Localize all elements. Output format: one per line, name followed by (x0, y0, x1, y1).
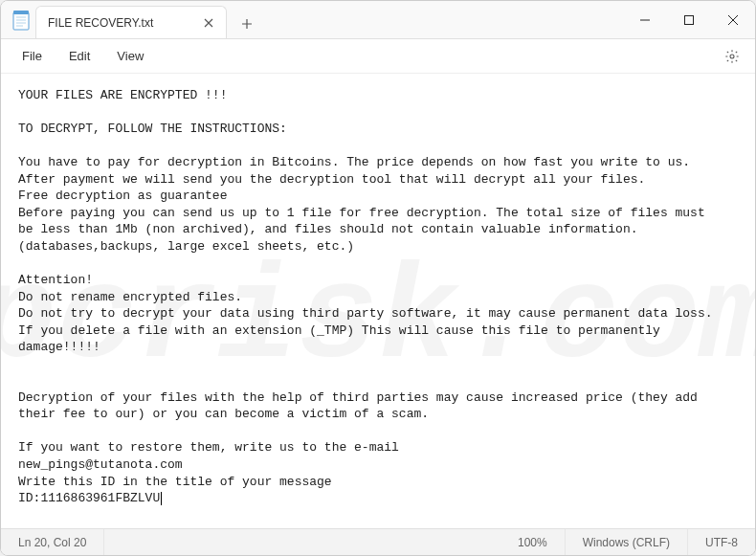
status-zoom[interactable]: 100% (500, 529, 566, 555)
menu-file[interactable]: File (9, 43, 56, 69)
tab-active[interactable]: FILE RECOVERY.txt (35, 6, 227, 38)
minimize-icon (639, 14, 651, 26)
menu-view[interactable]: View (103, 43, 157, 69)
tab-title: FILE RECOVERY.txt (48, 16, 191, 30)
gear-icon (724, 49, 740, 64)
tab-close-button[interactable] (201, 15, 216, 31)
notepad-window: FILE RECOVERY.txt File Edit View (0, 0, 756, 556)
close-button[interactable] (711, 1, 755, 39)
text-editor-content[interactable]: pcrisk.comYOUR FILES ARE ENCRYPTED !!! T… (1, 74, 755, 528)
document-text: YOUR FILES ARE ENCRYPTED !!! TO DECRYPT,… (18, 88, 713, 505)
statusbar: Ln 20, Col 20 100% Windows (CRLF) UTF-8 (1, 528, 755, 555)
svg-rect-0 (13, 12, 29, 30)
status-position[interactable]: Ln 20, Col 20 (1, 529, 104, 555)
menu-edit[interactable]: Edit (56, 43, 103, 69)
svg-point-7 (730, 55, 734, 58)
titlebar: FILE RECOVERY.txt (1, 1, 755, 39)
tab-area: FILE RECOVERY.txt (1, 1, 623, 38)
text-caret (161, 492, 162, 505)
minimize-button[interactable] (623, 1, 667, 39)
plus-icon (241, 18, 253, 30)
notepad-app-icon (12, 10, 30, 31)
new-tab-button[interactable] (233, 10, 261, 38)
menubar: File Edit View (1, 39, 755, 74)
close-icon (204, 18, 213, 28)
status-line-ending[interactable]: Windows (CRLF) (566, 529, 688, 555)
svg-rect-1 (13, 11, 29, 14)
settings-button[interactable] (717, 41, 747, 72)
svg-rect-6 (685, 16, 694, 25)
close-icon (727, 14, 739, 26)
maximize-icon (683, 14, 695, 26)
status-encoding[interactable]: UTF-8 (688, 529, 755, 555)
maximize-button[interactable] (667, 1, 711, 39)
window-controls (623, 1, 755, 38)
